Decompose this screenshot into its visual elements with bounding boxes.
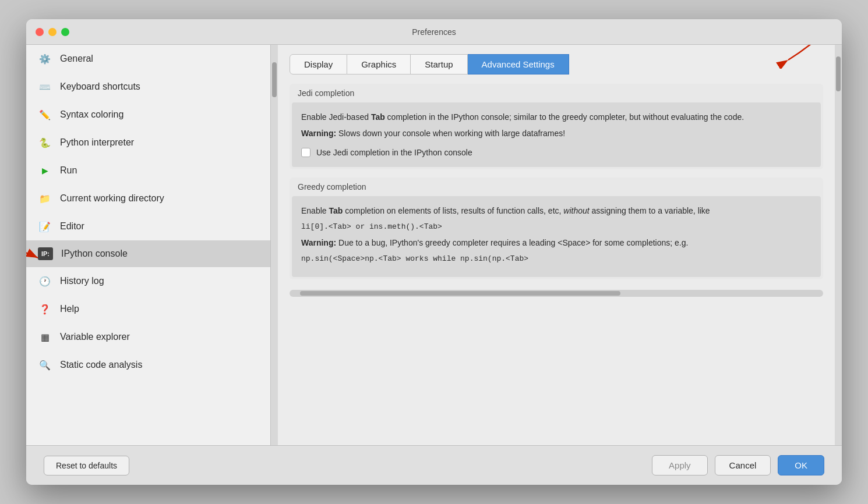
- keyboard-icon: ⌨️: [38, 80, 52, 94]
- sidebar-item-general[interactable]: ⚙️ General: [26, 45, 270, 73]
- greedy-body-text: Enable Tab completion on elements of lis…: [301, 204, 811, 217]
- window-controls: [36, 28, 69, 36]
- sidebar-label-cwd: Current working directory: [60, 193, 164, 204]
- sidebar-label-static: Static code analysis: [60, 360, 142, 370]
- ok-button[interactable]: OK: [778, 455, 824, 475]
- apply-button[interactable]: Apply: [652, 455, 708, 475]
- horizontal-scroll-thumb[interactable]: [300, 291, 620, 296]
- ipython-icon: IP:: [38, 247, 53, 260]
- sidebar-item-editor[interactable]: 📝 Editor: [26, 212, 270, 240]
- sidebar-label-help: Help: [60, 304, 79, 314]
- sidebar-label-keyboard: Keyboard shortcuts: [60, 81, 140, 92]
- maximize-button[interactable]: [61, 28, 69, 36]
- sidebar-label-python: Python interpreter: [60, 137, 134, 148]
- help-icon: ❓: [38, 302, 52, 316]
- main-scrollbar[interactable]: [835, 45, 842, 445]
- greedy-mono-2: np.sin(<Space>np.<Tab> works while np.si…: [301, 253, 811, 265]
- titlebar: Preferences: [26, 19, 842, 45]
- tab-graphics[interactable]: Graphics: [347, 54, 411, 74]
- sidebar-item-run[interactable]: ▶ Run: [26, 157, 270, 184]
- sidebar-item-python[interactable]: 🐍 Python interpreter: [26, 129, 270, 157]
- pencil-icon: ✏️: [38, 108, 52, 122]
- jedi-section: Jedi completion Enable Jedi-based Tab co…: [290, 84, 823, 169]
- minimize-button[interactable]: [48, 28, 57, 36]
- sidebar-scroll-thumb[interactable]: [272, 62, 277, 97]
- sidebar-item-keyboard[interactable]: ⌨️ Keyboard shortcuts: [26, 73, 270, 101]
- jedi-section-title: Jedi completion: [290, 84, 823, 102]
- arrow-2-svg: 2: [765, 45, 835, 69]
- jedi-checkbox-label: Use Jedi completion in the IPython conso…: [316, 146, 472, 159]
- cancel-button[interactable]: Cancel: [715, 455, 771, 475]
- tab-display[interactable]: Display: [290, 54, 347, 74]
- jedi-warning-text: Warning: Slows down your console when wo…: [301, 127, 811, 140]
- jedi-checkbox[interactable]: [301, 148, 310, 157]
- sidebar-item-history[interactable]: 🕐 History log: [26, 267, 270, 295]
- preferences-window: Preferences ⚙️ General ⌨️ Keyboard short…: [26, 19, 842, 485]
- horizontal-scrollbar[interactable]: [290, 290, 823, 297]
- sidebar-item-ipython[interactable]: IP: IPython console 1: [26, 240, 270, 267]
- sidebar-label-general: General: [60, 54, 93, 64]
- gear-icon: ⚙️: [38, 52, 52, 66]
- tab-advanced[interactable]: Advanced Settings: [468, 54, 569, 74]
- content-area: ⚙️ General ⌨️ Keyboard shortcuts ✏️ Synt…: [26, 45, 842, 445]
- main-scroll-thumb[interactable]: [836, 56, 841, 91]
- sidebar-label-syntax: Syntax coloring: [60, 109, 124, 120]
- sidebar-item-varexplorer[interactable]: ▦ Variable explorer: [26, 323, 270, 351]
- sidebar-item-syntax[interactable]: ✏️ Syntax coloring: [26, 101, 270, 129]
- greedy-warning-text: Warning: Due to a bug, IPython's greedy …: [301, 236, 811, 249]
- sidebar-item-static[interactable]: 🔍 Static code analysis: [26, 351, 270, 379]
- jedi-body-text: Enable Jedi-based Tab completion in the …: [301, 111, 811, 123]
- folder-icon: 📁: [38, 191, 52, 205]
- sidebar-item-cwd[interactable]: 📁 Current working directory: [26, 184, 270, 212]
- run-icon: ▶: [38, 164, 52, 178]
- greedy-section-title: Greedy completion: [290, 178, 823, 196]
- varexplorer-icon: ▦: [38, 330, 52, 344]
- sidebar-scrollbar[interactable]: [271, 45, 278, 445]
- main-panel: Display Graphics Startup Advanced Settin…: [278, 45, 835, 445]
- sidebar-label-run: Run: [60, 165, 77, 176]
- tabs-row: Display Graphics Startup Advanced Settin…: [290, 54, 823, 74]
- sidebar-label-history: History log: [60, 276, 104, 286]
- tab-startup[interactable]: Startup: [411, 54, 467, 74]
- right-buttons: Apply Cancel OK: [652, 455, 824, 475]
- sidebar-item-help[interactable]: ❓ Help: [26, 295, 270, 323]
- sidebar: ⚙️ General ⌨️ Keyboard shortcuts ✏️ Synt…: [26, 45, 271, 445]
- greedy-section-body: Enable Tab completion on elements of lis…: [292, 196, 821, 276]
- greedy-mono-1: li[0].<Tab> or ins.meth().<Tab>: [301, 221, 811, 233]
- window-title: Preferences: [412, 27, 456, 37]
- editor-icon: 📝: [38, 219, 52, 233]
- python-icon: 🐍: [38, 136, 52, 150]
- jedi-section-body: Enable Jedi-based Tab completion in the …: [292, 102, 821, 167]
- sidebar-label-ipython: IPython console: [61, 249, 128, 259]
- bottom-bar: Reset to defaults Apply Cancel OK: [26, 445, 842, 485]
- close-button[interactable]: [36, 28, 44, 36]
- sidebar-label-editor: Editor: [60, 221, 84, 232]
- sidebar-label-varexplorer: Variable explorer: [60, 332, 130, 342]
- static-icon: 🔍: [38, 358, 52, 372]
- history-icon: 🕐: [38, 274, 52, 288]
- greedy-section: Greedy completion Enable Tab completion …: [290, 178, 823, 279]
- jedi-checkbox-row: Use Jedi completion in the IPython conso…: [301, 146, 811, 159]
- reset-button[interactable]: Reset to defaults: [44, 456, 129, 475]
